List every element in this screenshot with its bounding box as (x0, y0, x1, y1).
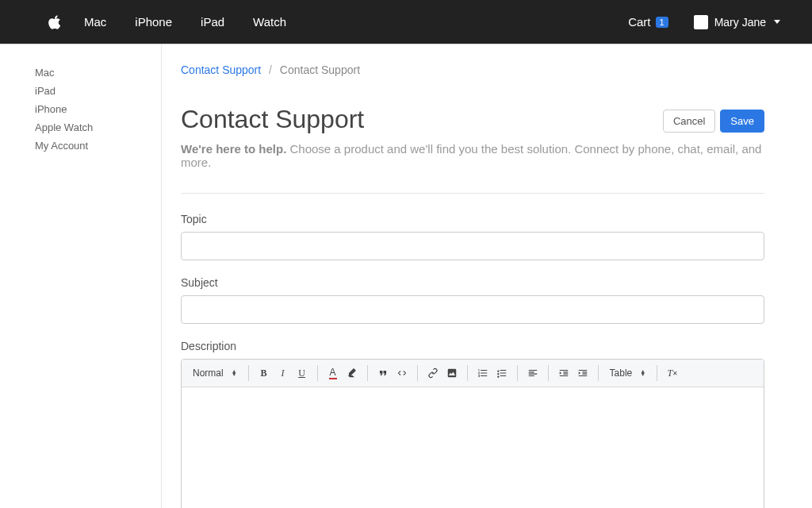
sidebar-item-apple-watch[interactable]: Apple Watch (35, 118, 161, 137)
cart-label: Cart (628, 15, 650, 29)
editor-toolbar: Normal ▲▼ B I U A (182, 360, 764, 387)
highlight-button[interactable] (343, 364, 361, 382)
sidebar-item-mac[interactable]: Mac (35, 64, 161, 82)
subject-label: Subject (181, 276, 764, 289)
page-subtitle: We're here to help. Choose a product and… (181, 142, 764, 169)
link-button[interactable] (424, 364, 442, 382)
field-topic: Topic (181, 213, 764, 260)
indent-button[interactable] (574, 364, 592, 382)
heading-select-value: Normal (193, 368, 224, 379)
image-button[interactable] (443, 364, 461, 382)
table-select-value: Table (610, 368, 633, 379)
ordered-list-button[interactable] (474, 364, 492, 382)
italic-button[interactable]: I (274, 364, 292, 382)
cart-count-badge: 1 (656, 17, 668, 28)
description-editor[interactable] (182, 387, 764, 508)
nav-link-ipad[interactable]: iPad (201, 15, 224, 29)
sort-updown-icon: ▲▼ (640, 370, 645, 376)
subtitle-emphasis: We're here to help. (181, 142, 286, 156)
sidebar-item-my-account[interactable]: My Account (35, 137, 161, 155)
nav-links: Mac iPhone iPad Watch (84, 15, 286, 29)
code-block-button[interactable] (393, 364, 411, 382)
breadcrumb: Contact Support / Contact Support (181, 64, 764, 76)
user-name: Mary Jane (714, 16, 766, 29)
breadcrumb-separator: / (269, 64, 272, 76)
avatar (694, 15, 708, 29)
outdent-button[interactable] (555, 364, 573, 382)
align-button[interactable] (524, 364, 542, 382)
field-description: Description Normal ▲▼ B I U A (181, 340, 764, 508)
topic-label: Topic (181, 213, 764, 225)
table-select[interactable]: Table ▲▼ (605, 368, 651, 379)
sidebar-item-ipad[interactable]: iPad (35, 82, 161, 100)
description-label: Description (181, 340, 764, 352)
apple-logo-icon[interactable] (48, 14, 62, 30)
rich-text-editor: Normal ▲▼ B I U A (181, 359, 764, 508)
field-subject: Subject (181, 276, 764, 324)
subject-input[interactable] (181, 295, 764, 324)
nav-link-iphone[interactable]: iPhone (135, 15, 172, 29)
underline-button[interactable]: U (293, 364, 311, 382)
sidebar-item-iphone[interactable]: iPhone (35, 100, 161, 118)
breadcrumb-current: Contact Support (280, 64, 360, 76)
breadcrumb-root[interactable]: Contact Support (181, 64, 261, 76)
nav-link-mac[interactable]: Mac (84, 15, 106, 29)
clear-format-button[interactable]: T✕ (664, 364, 681, 382)
cancel-button[interactable]: Cancel (663, 110, 715, 133)
user-menu[interactable]: Mary Jane (694, 15, 780, 29)
main-content: Contact Support / Contact Support Contac… (162, 44, 812, 508)
nav-link-watch[interactable]: Watch (253, 15, 286, 29)
sort-updown-icon: ▲▼ (232, 370, 237, 376)
blockquote-button[interactable] (374, 364, 392, 382)
top-nav: Mac iPhone iPad Watch Cart 1 Mary Jane (0, 0, 812, 44)
page-title: Contact Support (181, 105, 364, 134)
divider (181, 193, 764, 194)
chevron-down-icon (774, 20, 780, 24)
save-button[interactable]: Save (720, 110, 764, 133)
bold-button[interactable]: B (255, 364, 273, 382)
topic-input[interactable] (181, 232, 764, 260)
cart-link[interactable]: Cart 1 (628, 15, 668, 29)
text-color-button[interactable]: A (324, 364, 342, 382)
header-actions: Cancel Save (663, 110, 764, 133)
bullet-list-button[interactable] (493, 364, 511, 382)
heading-select[interactable]: Normal ▲▼ (188, 368, 242, 379)
sidebar: Mac iPad iPhone Apple Watch My Account (0, 44, 162, 508)
